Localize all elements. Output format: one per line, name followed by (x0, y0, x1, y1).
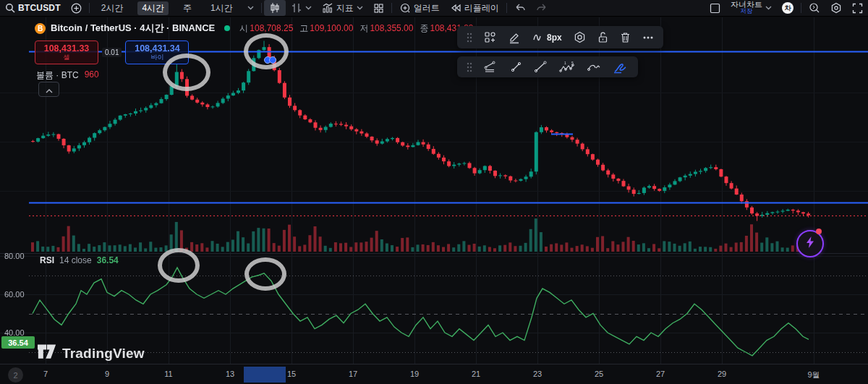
interval-dropdown-button[interactable] (242, 0, 259, 16)
indicator-templates-button[interactable] (368, 0, 389, 16)
user-avatar-button[interactable]: 차 (777, 0, 799, 16)
color-pencil-button[interactable] (504, 30, 524, 46)
time-tick-label: 19 (410, 370, 419, 378)
alarm-plus-icon (399, 2, 411, 14)
tradingview-logo-text: TradingView (62, 346, 145, 362)
tradingview-chart-window: BTCUSDT 2시간 4시간 주 1시간 (0, 0, 868, 384)
time-tick-label: 29 (718, 370, 726, 378)
toolbar-separator (506, 3, 507, 13)
chevron-up-icon (46, 83, 53, 96)
style-settings-button[interactable] (570, 30, 590, 45)
plus-circle-icon (71, 3, 82, 14)
interval-4h[interactable]: 4시간 (132, 0, 174, 16)
lock-button[interactable] (594, 30, 612, 45)
indicators-button[interactable]: 지표 (317, 0, 368, 16)
alert-label: 얼러트 (414, 2, 440, 14)
replay-button[interactable]: 리플레이 (445, 0, 504, 16)
collapse-legend-button[interactable] (38, 82, 59, 97)
toolbar-left-group: BTCUSDT 2시간 4시간 주 1시간 (0, 0, 553, 16)
settings-button[interactable] (825, 0, 847, 16)
time-tick-label: 15 (287, 370, 296, 378)
rsi-scale-label-80: 80.00 (4, 252, 25, 260)
replay-label: 리플레이 (464, 2, 499, 14)
symbol-title: Bitcoin / TetherUS · 4시간 · BINANCE (51, 22, 215, 35)
spread-value: 0.01 (102, 48, 122, 57)
interval-label: 주 (179, 1, 196, 15)
buy-label: 바이 (150, 53, 163, 61)
rsi-scale-label-60: 60.00 (4, 290, 25, 299)
time-tick-label: 11 (164, 370, 172, 378)
time-tick-label: 27 (656, 370, 665, 378)
time-axis-selection (244, 367, 286, 383)
hand-drawn-circle-annotation (244, 257, 286, 291)
timezone-badge[interactable]: 2 (8, 367, 23, 383)
time-tick-label: 7 (43, 370, 48, 378)
drag-handle[interactable] (463, 31, 476, 44)
chevron-down-icon (357, 6, 363, 10)
symbol-search-button[interactable]: BTCUSDT (0, 0, 66, 16)
ohlc-values: 시108,708.25 고109,100.00 저108,355.00 종108… (239, 22, 473, 35)
buy-price: 108,431.34 (135, 44, 180, 53)
rsi-value: 36.54 (97, 255, 119, 265)
highlighter-tool-active[interactable] (609, 59, 632, 75)
brush-width-button[interactable]: 8px (529, 31, 566, 44)
sell-price: 108,431.33 (44, 44, 90, 53)
hand-drawn-circle-annotation (158, 248, 200, 283)
interval-week[interactable]: 주 (174, 0, 201, 16)
tradingview-logo[interactable]: TradingView (38, 344, 145, 363)
elliott-wave-tool[interactable]: 15 (556, 59, 579, 75)
time-axis[interactable]: 2 79111315171921232527299월 (0, 364, 868, 384)
indicators-label: 지표 (336, 2, 354, 14)
undo-icon (514, 4, 526, 12)
chart-style-candles-button[interactable] (264, 0, 286, 16)
symbol-legend[interactable]: B Bitcoin / TetherUS · 4시간 · BINANCE 시10… (35, 22, 474, 35)
volume-legend[interactable]: 볼륨 · BTC 960 (36, 69, 99, 82)
delete-button[interactable] (616, 30, 634, 45)
toolbar-right-group: 자녀차트 저장 차 (705, 0, 868, 16)
lightning-icon (805, 236, 815, 252)
rsi-legend[interactable]: RSI 14 close 36.54 (40, 255, 119, 265)
fullscreen-icon (852, 3, 863, 14)
add-template-button[interactable] (480, 30, 500, 45)
bars-style-icon (291, 2, 302, 14)
interval-label: 2시간 (97, 1, 128, 15)
drawing-toolbar-tools: 15 (457, 56, 638, 77)
sell-button[interactable]: 108,431.33 셀 (35, 40, 98, 64)
volume-label: 볼륨 · BTC (36, 69, 79, 82)
redo-button[interactable] (531, 0, 553, 16)
time-tick-label: 21 (472, 370, 480, 378)
low-label: 저 (359, 23, 368, 33)
interval-1h[interactable]: 1시간 (201, 0, 242, 16)
ray-tool[interactable] (506, 59, 526, 74)
fullscreen-button[interactable] (847, 0, 868, 16)
curve-tool[interactable] (583, 60, 605, 74)
top-toolbar: BTCUSDT 2시간 4시간 주 1시간 (0, 0, 868, 17)
time-tick-label: 17 (349, 370, 357, 378)
quick-search-button[interactable] (804, 0, 825, 16)
interval-label: 4시간 (137, 1, 169, 15)
rsi-name: RSI (40, 255, 54, 265)
compare-add-button[interactable] (66, 0, 87, 16)
undo-button[interactable] (509, 0, 531, 16)
parallel-channel-tool[interactable] (480, 59, 502, 74)
low-value: 108,355.00 (370, 23, 413, 33)
more-options-button[interactable] (639, 34, 658, 41)
bitcoin-icon: B (35, 23, 46, 34)
brush-size-label: 8px (547, 33, 562, 43)
close-label: 종 (420, 23, 428, 33)
chart-type-dropdown-button[interactable] (286, 0, 317, 16)
high-value: 109,100.00 (310, 23, 353, 33)
chart-layout-name-button[interactable]: 자녀차트 저장 (726, 0, 777, 16)
grid-layout-icon (373, 3, 384, 14)
trend-line-tool[interactable] (530, 59, 551, 74)
quick-search-icon (809, 2, 820, 14)
layout-select-button[interactable] (705, 0, 726, 16)
interval-2h[interactable]: 2시간 (92, 0, 133, 16)
save-hint-label: 저장 (741, 8, 753, 14)
chevron-down-icon (765, 6, 772, 10)
toolbar-separator (261, 3, 262, 13)
drag-handle[interactable] (463, 61, 476, 74)
replay-icon (450, 3, 461, 13)
hand-drawn-circle-annotation (163, 54, 210, 91)
alert-button[interactable]: 얼러트 (394, 0, 445, 16)
